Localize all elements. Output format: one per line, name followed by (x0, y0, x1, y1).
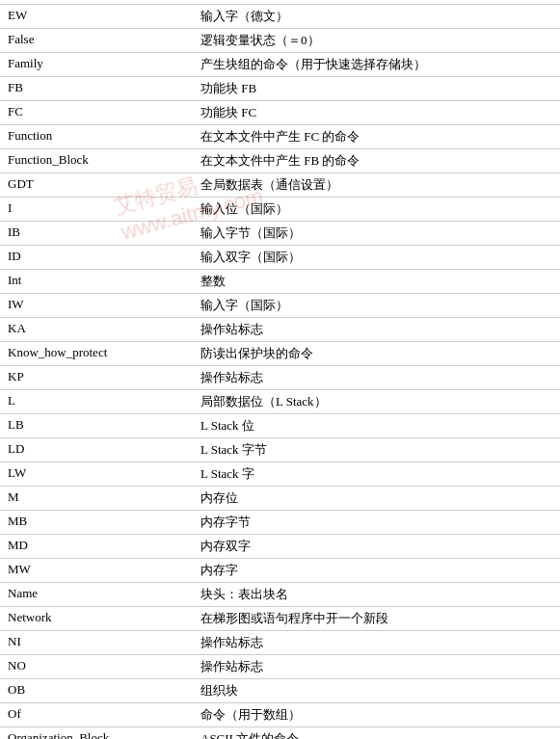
term-cell: FB (8, 80, 200, 97)
term-cell: Family (8, 56, 200, 73)
desc-cell: 组织块 (200, 682, 552, 699)
term-cell: OB (8, 682, 200, 699)
term-cell: Network (8, 610, 200, 627)
desc-cell: 输入位（国际） (200, 200, 552, 218)
desc-cell: 全局数据表（通信设置） (200, 176, 552, 194)
desc-cell: 逻辑变量状态（＝0） (200, 32, 552, 49)
desc-cell: 功能块 FB (200, 80, 552, 97)
term-cell: False (8, 32, 200, 49)
term-cell: Function_Block (8, 152, 200, 170)
desc-cell: L Stack 字节 (200, 441, 552, 459)
table-row: OB组织块 (0, 679, 560, 703)
desc-cell: 块头：表出块名 (200, 586, 552, 603)
term-cell: MW (8, 562, 200, 579)
desc-cell: 在文本文件中产生 FC 的命令 (200, 128, 552, 145)
table-row: Function在文本文件中产生 FC 的命令 (0, 125, 560, 149)
term-cell: KP (8, 369, 200, 386)
term-cell: EW (8, 8, 200, 25)
term-cell: ID (8, 249, 200, 266)
table-row: LDL Stack 字节 (0, 438, 560, 462)
table-row: MD内存双字 (0, 535, 560, 559)
table-row: Function_Block在文本文件中产生 FB 的命令 (0, 149, 560, 173)
table-row: Organization_BlockASCII 文件的命令 (0, 727, 560, 739)
table-row: ID输入双字（国际） (0, 246, 560, 270)
term-cell: NI (8, 634, 200, 651)
table-row: L局部数据位（L Stack） (0, 390, 560, 414)
desc-cell: ASCII 文件的命令 (200, 730, 552, 739)
table-row: I输入位（国际） (0, 198, 560, 222)
table-row: FC功能块 FC (0, 101, 560, 125)
desc-cell: 内存字节 (200, 514, 552, 531)
term-cell: LD (8, 441, 200, 459)
term-cell: MD (8, 538, 200, 555)
term-cell: Function (8, 128, 200, 145)
table-row: KA操作站标志 (0, 318, 560, 342)
table-row: IW输入字（国际） (0, 294, 560, 318)
table-row: NO操作站标志 (0, 655, 560, 679)
table-row: Of命令（用于数组） (0, 703, 560, 727)
term-cell: Of (8, 706, 200, 724)
term-cell: Know_how_protect (8, 345, 200, 362)
table-row: LBL Stack 位 (0, 414, 560, 438)
table-row: FB功能块 FB (0, 77, 560, 101)
term-cell: Name (8, 586, 200, 603)
table-row: Network在梯形图或语句程序中开一个新段 (0, 607, 560, 631)
desc-cell: 功能块 FC (200, 104, 552, 121)
desc-cell: 操作站标志 (200, 658, 552, 675)
desc-cell: 在文本文件中产生 FB 的命令 (200, 152, 552, 170)
term-cell: LB (8, 417, 200, 435)
table-row: KP操作站标志 (0, 366, 560, 390)
term-cell: LW (8, 465, 200, 483)
table-row: Int整数 (0, 270, 560, 294)
table-row: NI操作站标志 (0, 631, 560, 655)
desc-cell: 整数 (200, 273, 552, 290)
term-cell: MB (8, 514, 200, 531)
table-row: M内存位 (0, 487, 560, 511)
desc-cell: 操作站标志 (200, 369, 552, 386)
table-row: Name块头：表出块名 (0, 583, 560, 607)
table-row: MB内存字节 (0, 511, 560, 535)
desc-cell: 防读出保护块的命令 (200, 345, 552, 362)
table-row: EW输入字（德文） (0, 4, 560, 29)
desc-cell: 在梯形图或语句程序中开一个新段 (200, 610, 552, 627)
desc-cell: 操作站标志 (200, 634, 552, 651)
term-cell: M (8, 489, 200, 507)
desc-cell: 输入字节（国际） (200, 224, 552, 242)
term-cell: FC (8, 104, 200, 121)
desc-cell: 命令（用于数组） (200, 706, 552, 724)
table-row: Know_how_protect防读出保护块的命令 (0, 342, 560, 366)
desc-cell: 产生块组的命令（用于快速选择存储块） (200, 56, 552, 73)
desc-cell: 内存位 (200, 489, 552, 507)
desc-cell: 操作站标志 (200, 321, 552, 338)
desc-cell: 输入字（德文） (200, 8, 552, 25)
term-cell: L (8, 393, 200, 410)
table-row: GDT全局数据表（通信设置） (0, 173, 560, 198)
desc-cell: 局部数据位（L Stack） (200, 393, 552, 410)
term-cell: IW (8, 297, 200, 314)
term-cell: IB (8, 224, 200, 242)
glossary-table: EW输入字（德文）False逻辑变量状态（＝0）Family产生块组的命令（用于… (0, 0, 560, 739)
desc-cell: L Stack 位 (200, 417, 552, 435)
desc-cell: 输入双字（国际） (200, 249, 552, 266)
table-row: LWL Stack 字 (0, 462, 560, 487)
table-row: MW内存字 (0, 559, 560, 583)
desc-cell: L Stack 字 (200, 465, 552, 483)
term-cell: Organization_Block (8, 730, 200, 739)
table-row: False逻辑变量状态（＝0） (0, 29, 560, 53)
desc-cell: 内存字 (200, 562, 552, 579)
term-cell: I (8, 200, 200, 218)
desc-cell: 内存双字 (200, 538, 552, 555)
term-cell: Int (8, 273, 200, 290)
table-row: Family产生块组的命令（用于快速选择存储块） (0, 53, 560, 77)
term-cell: NO (8, 658, 200, 675)
term-cell: KA (8, 321, 200, 338)
table-row: IB输入字节（国际） (0, 222, 560, 246)
desc-cell: 输入字（国际） (200, 297, 552, 314)
term-cell: GDT (8, 176, 200, 194)
